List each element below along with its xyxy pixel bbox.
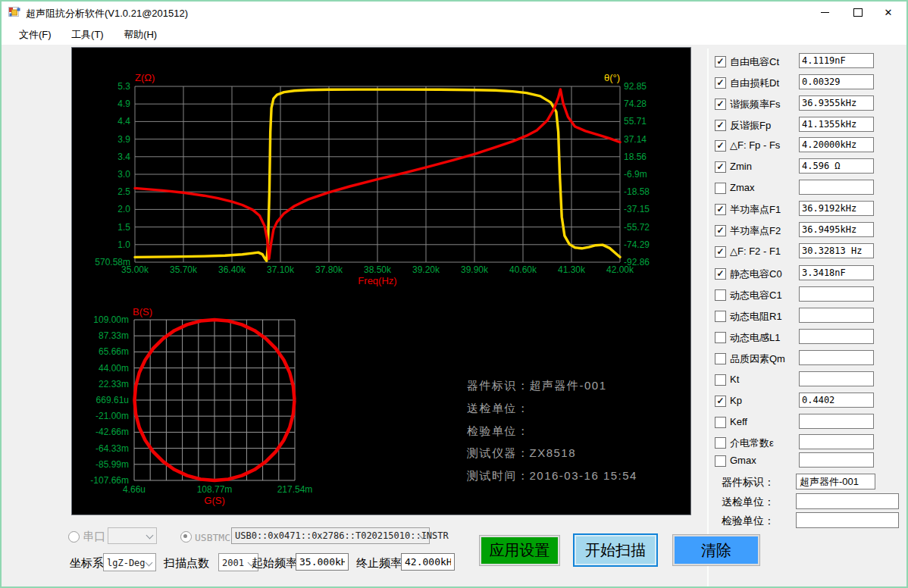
close-button[interactable] [873, 2, 903, 23]
param-checkbox[interactable] [715, 99, 726, 110]
param-checkbox[interactable] [715, 311, 726, 322]
param-checkbox[interactable] [715, 455, 726, 467]
svg-text:Freq(Hz): Freq(Hz) [358, 275, 396, 286]
serial-port-combo[interactable] [108, 527, 157, 544]
param-label: 动态电阻R1 [730, 310, 782, 324]
serial-radio[interactable] [68, 531, 80, 543]
minimize-button[interactable] [809, 2, 840, 23]
param-checkbox[interactable] [715, 417, 726, 428]
info-checker: 检验单位： [467, 424, 530, 439]
param-checkbox[interactable] [715, 332, 726, 343]
svg-text:669.61u: 669.61u [96, 395, 129, 405]
svg-text:-85.99m: -85.99m [95, 459, 129, 470]
usbtmc-address-combo[interactable]: USB0::0x0471::0x2786::T020215010::INSTR [231, 527, 430, 544]
svg-text:-55.72: -55.72 [624, 222, 650, 233]
param-value-field[interactable] [799, 95, 874, 111]
param-value-field[interactable] [799, 137, 874, 152]
chevron-down-icon [147, 533, 152, 538]
param-checkbox[interactable] [715, 56, 726, 67]
start-scan-button[interactable]: 开始扫描 [573, 533, 658, 567]
param-checkbox[interactable] [715, 140, 726, 152]
param-checkbox[interactable] [715, 161, 726, 173]
param-value-field[interactable] [799, 452, 874, 468]
param-value-field[interactable] [799, 329, 874, 344]
svg-text:3.0: 3.0 [117, 169, 130, 180]
param-checkbox[interactable] [715, 204, 726, 215]
param-value-field[interactable] [799, 243, 874, 258]
svg-text:4.66u: 4.66u [123, 484, 146, 495]
svg-text:B(S): B(S) [133, 306, 152, 317]
svg-text:39.20k: 39.20k [412, 264, 440, 275]
param-checkbox[interactable] [715, 353, 726, 364]
param-row-12: 动态电容C1 [715, 286, 906, 304]
coord-system-combo[interactable]: lgZ-Deg [103, 553, 156, 571]
param-value-field[interactable] [799, 434, 874, 449]
param-label: △F: F2 - F1 [730, 246, 781, 257]
param-checkbox[interactable] [715, 289, 726, 301]
param-checkbox[interactable] [715, 374, 726, 386]
svg-text:-18.58: -18.58 [624, 186, 650, 197]
param-value-field[interactable] [799, 414, 874, 429]
scan-points-value: 2001 [222, 558, 244, 568]
clear-button[interactable]: 清除 [672, 534, 760, 566]
sender-field[interactable] [796, 493, 899, 509]
param-checkbox[interactable] [715, 246, 726, 258]
param-checkbox[interactable] [715, 396, 726, 407]
param-value-field[interactable] [799, 201, 874, 216]
param-label: 反谐振Fp [730, 119, 771, 133]
svg-text:-42.66m: -42.66m [95, 427, 129, 437]
param-checkbox[interactable] [715, 77, 726, 89]
close-icon [885, 7, 893, 18]
svg-text:θ(°): θ(°) [604, 72, 620, 83]
device-id-field[interactable] [796, 474, 875, 489]
svg-text:87.33m: 87.33m [99, 330, 129, 341]
param-label: Kp [730, 395, 742, 406]
param-checkbox[interactable] [715, 437, 726, 449]
param-checkbox[interactable] [715, 120, 726, 131]
param-checkbox[interactable] [715, 225, 726, 236]
param-value-field[interactable] [799, 286, 874, 302]
param-checkbox[interactable] [715, 268, 726, 280]
usbtmc-radio[interactable] [180, 531, 192, 543]
param-value-field[interactable] [799, 350, 874, 365]
maximize-button[interactable] [843, 2, 873, 23]
param-value-field[interactable] [799, 74, 874, 89]
stop-freq-input[interactable] [401, 553, 455, 571]
svg-text:35.70k: 35.70k [170, 264, 198, 275]
checker-field[interactable] [796, 512, 899, 528]
svg-text:44.00m: 44.00m [99, 363, 129, 374]
start-freq-input[interactable] [296, 553, 349, 571]
param-value-field[interactable] [799, 180, 874, 195]
param-label: 动态电容C1 [730, 289, 782, 302]
chevron-down-icon [146, 560, 152, 565]
svg-text:3.9: 3.9 [117, 134, 130, 145]
param-value-field[interactable] [799, 53, 874, 68]
apply-settings-button[interactable]: 应用设置 [479, 535, 560, 566]
info-instrument: 测试仪器：ZX8518 [467, 446, 576, 461]
param-value-field[interactable] [799, 117, 874, 132]
param-value-field[interactable] [799, 308, 874, 323]
param-value-field[interactable] [799, 393, 874, 408]
svg-text:40.60k: 40.60k [509, 264, 537, 275]
svg-text:-64.33m: -64.33m [95, 443, 129, 454]
param-label: △F: Fp - Fs [730, 139, 780, 151]
param-value-field[interactable] [799, 371, 874, 386]
svg-text:4.4: 4.4 [117, 116, 130, 127]
param-value-field[interactable] [799, 222, 874, 237]
svg-text:38.50k: 38.50k [364, 264, 392, 275]
svg-text:-37.15: -37.15 [624, 204, 650, 214]
svg-text:1.0: 1.0 [117, 239, 130, 250]
param-label: 自由电容Ct [730, 55, 779, 69]
svg-text:5.3: 5.3 [117, 81, 130, 92]
param-row-5: △F: Fp - Fs [715, 136, 906, 155]
param-row-4: 反谐振Fp [715, 116, 906, 134]
menu-file[interactable]: 文件(F) [11, 23, 60, 45]
menu-help[interactable]: 帮助(H) [115, 23, 165, 45]
param-value-field[interactable] [799, 265, 874, 280]
menu-tools[interactable]: 工具(T) [63, 23, 112, 45]
svg-text:41.30k: 41.30k [558, 264, 586, 275]
param-label: 谐振频率Fs [730, 98, 780, 111]
param-checkbox[interactable] [715, 183, 726, 194]
param-value-field[interactable] [799, 158, 874, 174]
svg-text:217.54m: 217.54m [277, 484, 313, 495]
